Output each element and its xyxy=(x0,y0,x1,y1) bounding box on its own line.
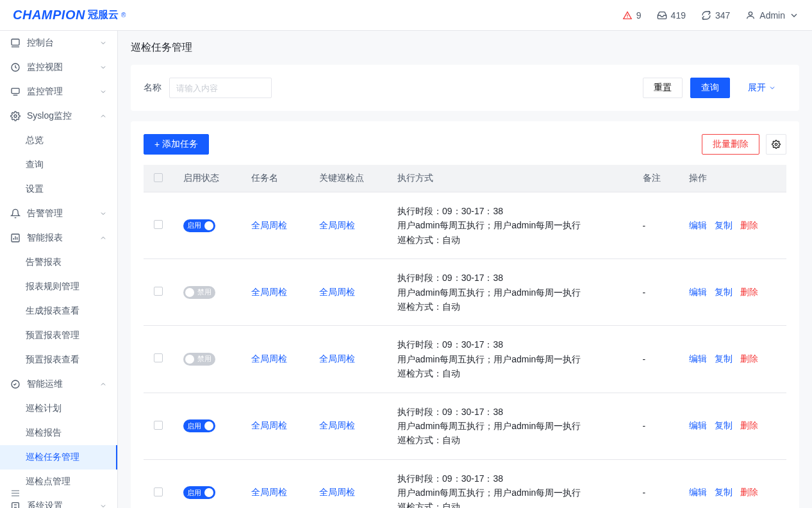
svg-point-0 xyxy=(749,12,752,15)
sidebar-sub-item[interactable]: 报表规则管理 xyxy=(0,275,117,299)
add-task-button[interactable]: + 添加任务 xyxy=(144,134,209,155)
task-name-link[interactable]: 全局周检 xyxy=(251,220,287,230)
col-point: 关键巡检点 xyxy=(309,165,388,192)
enable-toggle[interactable]: 启用 xyxy=(183,486,215,499)
sidebar-sub-item[interactable]: 告警报表 xyxy=(0,250,117,275)
enable-toggle[interactable]: 启用 xyxy=(183,219,215,232)
copy-action[interactable]: 复制 xyxy=(715,220,733,232)
gear-icon xyxy=(772,140,781,149)
sidebar-item-label: 告警管理 xyxy=(27,208,63,219)
alert-count: 9 xyxy=(636,10,642,21)
batch-delete-button[interactable]: 批量删除 xyxy=(702,134,759,155)
menu-item-icon xyxy=(10,501,21,508)
edit-action[interactable]: 编辑 xyxy=(689,487,707,498)
task-table: 启用状态 任务名 关键巡检点 执行方式 备注 操作 启用 全局周检 全局周检 执… xyxy=(144,165,786,508)
search-name-input[interactable] xyxy=(169,78,272,98)
exec-info: 执行时段：09：30-17：38用户admin每周五执行；用户admin每周一执… xyxy=(397,471,622,508)
inspection-point-link[interactable]: 全局周检 xyxy=(319,487,355,497)
sidebar-collapse-button[interactable] xyxy=(10,488,21,500)
copy-action[interactable]: 复制 xyxy=(715,353,733,365)
task-name-link[interactable]: 全局周检 xyxy=(251,287,287,297)
sidebar-sub-item[interactable]: 查询 xyxy=(0,153,117,177)
sidebar-item-label: 智能报表 xyxy=(27,232,63,244)
sync-badge[interactable]: 347 xyxy=(701,10,730,21)
delete-action[interactable]: 删除 xyxy=(740,287,758,298)
sidebar-sub-item[interactable]: 巡检计划 xyxy=(0,396,117,421)
row-checkbox[interactable] xyxy=(154,220,163,229)
menu-item-icon xyxy=(10,379,21,389)
table-row: 禁用 全局周检 全局周检 执行时段：09：30-17：38用户admin每周五执… xyxy=(144,259,786,326)
row-checkbox[interactable] xyxy=(154,421,163,430)
sidebar-item-label: 监控管理 xyxy=(27,86,63,97)
copy-action[interactable]: 复制 xyxy=(715,487,733,498)
expand-button[interactable]: 展开 xyxy=(738,78,786,98)
row-checkbox[interactable] xyxy=(154,353,163,362)
sidebar-item[interactable]: Syslog监控 xyxy=(0,104,117,128)
copy-action[interactable]: 复制 xyxy=(715,287,733,298)
edit-action[interactable]: 编辑 xyxy=(689,287,707,298)
reset-button[interactable]: 重置 xyxy=(643,78,683,98)
sidebar-sub-item[interactable]: 设置 xyxy=(0,177,117,201)
delete-action[interactable]: 删除 xyxy=(740,353,758,365)
main-content: 巡检任务管理 名称 重置 查询 展开 xyxy=(118,31,812,508)
inspection-point-link[interactable]: 全局周检 xyxy=(319,220,355,230)
logo-text-cn: 冠服云 xyxy=(88,8,119,22)
sidebar-sub-item[interactable]: 巡检报告 xyxy=(0,421,117,445)
task-name-link[interactable]: 全局周检 xyxy=(251,353,287,364)
sidebar-item[interactable]: 监控视图 xyxy=(0,55,117,80)
settings-button[interactable] xyxy=(766,134,786,155)
edit-action[interactable]: 编辑 xyxy=(689,220,707,232)
sidebar-sub-item[interactable]: 巡检任务管理 xyxy=(0,445,117,470)
sidebar-item[interactable]: 控制台 xyxy=(0,31,117,55)
copy-action[interactable]: 复制 xyxy=(715,420,733,432)
delete-action[interactable]: 删除 xyxy=(740,220,758,232)
user-menu[interactable]: Admin xyxy=(745,10,799,21)
edit-action[interactable]: 编辑 xyxy=(689,420,707,432)
row-checkbox[interactable] xyxy=(154,487,163,496)
inspection-point-link[interactable]: 全局周检 xyxy=(319,287,355,297)
chevron-icon xyxy=(99,112,107,120)
delete-action[interactable]: 删除 xyxy=(740,487,758,498)
table-toolbar: + 添加任务 批量删除 xyxy=(144,134,786,155)
sidebar: 控制台 监控视图 监控管理 Syslog监控 总览查询设置 xyxy=(0,31,118,508)
alert-badge[interactable]: 9 xyxy=(622,10,642,21)
edit-action[interactable]: 编辑 xyxy=(689,353,707,365)
enable-toggle[interactable]: 禁用 xyxy=(183,286,215,299)
alert-icon xyxy=(622,10,633,21)
exec-info: 执行时段：09：30-17：38用户admin每周五执行；用户admin每周一执… xyxy=(397,204,622,247)
enable-toggle[interactable]: 禁用 xyxy=(183,353,215,366)
svg-rect-4 xyxy=(12,89,19,94)
inspection-point-link[interactable]: 全局周检 xyxy=(319,420,355,430)
sidebar-sub-item[interactable]: 预置报表管理 xyxy=(0,323,117,348)
row-checkbox[interactable] xyxy=(154,287,163,296)
sidebar-item[interactable]: 监控管理 xyxy=(0,80,117,104)
sidebar-item[interactable]: 智能报表 xyxy=(0,226,117,250)
inspection-point-link[interactable]: 全局周检 xyxy=(319,353,355,364)
search-name-label: 名称 xyxy=(144,82,162,94)
chevron-icon xyxy=(99,210,107,217)
query-button[interactable]: 查询 xyxy=(690,78,730,98)
sidebar-sub-item[interactable]: 预置报表查看 xyxy=(0,348,117,372)
enable-toggle[interactable]: 启用 xyxy=(183,419,215,432)
table-panel: + 添加任务 批量删除 启用状态 任务名 关键巡检点 xyxy=(131,121,799,508)
select-all-checkbox[interactable] xyxy=(154,173,163,182)
sync-count: 347 xyxy=(715,10,730,21)
sidebar-item-label: 控制台 xyxy=(27,37,54,49)
chevron-icon xyxy=(99,39,107,47)
exec-info: 执行时段：09：30-17：38用户admin每周五执行；用户admin每周一执… xyxy=(397,337,622,380)
task-name-link[interactable]: 全局周检 xyxy=(251,487,287,497)
inbox-count: 419 xyxy=(671,10,686,21)
sidebar-item[interactable]: 告警管理 xyxy=(0,201,117,226)
delete-action[interactable]: 删除 xyxy=(740,420,758,432)
sidebar-sub-item[interactable]: 生成报表查看 xyxy=(0,299,117,323)
menu-item-icon xyxy=(10,111,21,121)
sidebar-item[interactable]: 智能运维 xyxy=(0,372,117,396)
task-name-link[interactable]: 全局周检 xyxy=(251,420,287,430)
user-icon xyxy=(745,10,756,21)
sidebar-sub-item[interactable]: 总览 xyxy=(0,128,117,153)
inbox-badge[interactable]: 419 xyxy=(657,10,686,21)
col-status: 启用状态 xyxy=(173,165,241,192)
col-action: 操作 xyxy=(679,165,786,192)
logo[interactable]: CHAMPION 冠服云 ® xyxy=(13,8,126,22)
chevron-down-icon xyxy=(768,84,776,92)
